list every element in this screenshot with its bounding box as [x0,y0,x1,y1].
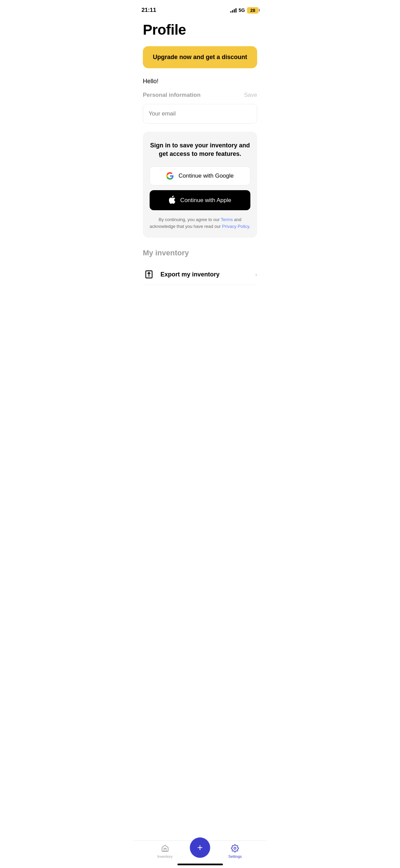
battery-indicator: 28 [247,7,259,14]
privacy-policy-link[interactable]: Privacy Policy [222,224,249,229]
sign-in-title: Sign in to save your inventory and get a… [150,141,250,158]
export-item-left: Export my inventory [143,268,220,281]
network-label: 5G [239,7,245,13]
my-inventory-title: My inventory [143,249,257,257]
export-icon [143,268,155,281]
personal-info-title: Personal information [143,92,201,98]
page-title: Profile [143,22,257,38]
upgrade-banner[interactable]: Upgrade now and get a discount [143,46,257,68]
sign-in-card: Sign in to save your inventory and get a… [143,132,257,238]
export-inventory-item[interactable]: Export my inventory › [143,264,257,285]
chevron-right-icon: › [255,271,257,278]
apple-icon [169,196,175,205]
google-btn-label: Continue with Google [178,173,234,179]
status-icons: 5G 28 [230,7,259,14]
upgrade-banner-text: Upgrade now and get a discount [153,54,247,60]
apple-signin-button[interactable]: Continue with Apple [150,190,250,210]
email-input[interactable] [143,104,257,124]
greeting-text: Hello! [143,78,257,85]
status-time: 21:11 [141,7,156,14]
export-label: Export my inventory [160,271,220,278]
personal-info-header: Personal information Save [143,92,257,98]
page-content: Profile Upgrade now and get a discount H… [133,18,267,326]
terms-link[interactable]: Terms [221,217,233,222]
apple-btn-label: Continue with Apple [180,197,231,204]
status-bar: 21:11 5G 28 [133,0,267,18]
google-icon [166,172,174,180]
terms-text: By continuing, you agree to our Terms an… [150,216,250,230]
google-signin-button[interactable]: Continue with Google [150,166,250,185]
signal-bars-icon [230,8,236,13]
save-button[interactable]: Save [244,92,257,98]
